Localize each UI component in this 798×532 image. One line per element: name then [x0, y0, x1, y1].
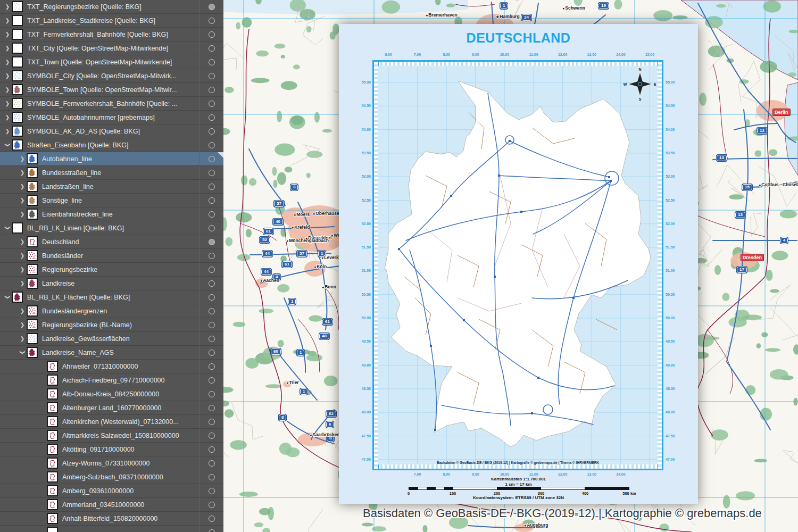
target-circle[interactable] — [209, 31, 215, 38]
layer-row[interactable]: ❯Altenburger Land_160770000000 — [0, 401, 223, 415]
target-circle[interactable] — [209, 391, 215, 397]
layer-row[interactable]: ❯ — [0, 526, 223, 532]
layer-thumbnail[interactable] — [27, 181, 38, 192]
layer-thumbnail[interactable] — [27, 333, 38, 344]
layer-row[interactable]: ❯SYMBOLE_Fernverkehrshalt_Bahnhöfe [Quel… — [0, 97, 223, 111]
target-circle[interactable] — [209, 59, 215, 65]
expand-arrow-icon[interactable]: ❯ — [3, 55, 12, 69]
expand-arrow-icon[interactable]: ❯ — [3, 14, 12, 27]
expand-arrow-icon[interactable]: ❯ — [18, 152, 27, 165]
expand-arrow-icon[interactable]: ❯ — [3, 111, 12, 124]
layer-thumbnail[interactable] — [47, 527, 58, 532]
collapse-arrow-icon[interactable]: ❯ — [1, 141, 14, 149]
target-circle[interactable] — [209, 294, 215, 301]
target-circle[interactable] — [209, 211, 215, 218]
target-circle[interactable] — [209, 446, 215, 453]
layer-thumbnail[interactable] — [12, 29, 23, 40]
layer-thumbnail[interactable] — [47, 388, 58, 400]
target-circle[interactable] — [209, 267, 215, 273]
expand-arrow-icon[interactable]: ❯ — [18, 194, 27, 207]
layer-row[interactable]: ❯Alb-Donau-Kreis_084250000000 — [0, 387, 223, 401]
layer-thumbnail[interactable] — [47, 416, 58, 427]
layer-row[interactable]: ❯Anhalt-Bitterfeld_150820000000 — [0, 512, 223, 526]
layer-row[interactable]: ❯Landkreise_Gewässerflächen — [0, 332, 223, 346]
target-circle[interactable] — [209, 4, 215, 10]
layer-row[interactable]: ❯TXT_Landkreise_Stadtkreise [Quelle: BKG… — [0, 14, 223, 28]
expand-arrow-icon[interactable]: ❯ — [18, 249, 27, 262]
layer-thumbnail[interactable] — [12, 112, 23, 123]
target-circle[interactable] — [209, 336, 215, 342]
target-circle[interactable] — [209, 460, 215, 467]
layer-row[interactable]: ❯TXT_Town [Quelle: OpenStreetMap-Mitwirk… — [0, 55, 223, 69]
target-circle[interactable] — [209, 142, 215, 148]
target-circle[interactable] — [209, 225, 215, 231]
layer-row[interactable]: ❯Alzey-Worms_073310000000 — [0, 456, 223, 470]
target-circle[interactable] — [209, 377, 215, 384]
layer-row[interactable]: ❯Landkreise_Name_AGS — [0, 346, 223, 360]
layer-row[interactable]: ❯TXT_Regierungsbezirke [Quelle: BKG] — [0, 0, 223, 14]
target-circle[interactable] — [209, 433, 215, 439]
layer-row[interactable]: ❯Altötting_091710000000 — [0, 443, 223, 456]
expand-arrow-icon[interactable]: ❯ — [18, 304, 27, 318]
target-circle[interactable] — [209, 73, 215, 79]
target-circle[interactable] — [209, 197, 215, 204]
layer-thumbnail[interactable] — [47, 499, 58, 510]
target-circle[interactable] — [209, 128, 215, 135]
target-circle[interactable] — [209, 45, 215, 52]
target-circle[interactable] — [209, 156, 215, 162]
expand-arrow-icon[interactable]: ❯ — [18, 332, 27, 345]
layer-row[interactable]: ❯TXT_Fernverkehrshalt_Bahnhöfe [Quelle: … — [0, 28, 223, 41]
layer-thumbnail[interactable] — [12, 84, 23, 95]
layer-row[interactable]: ❯Landstraßen_line — [0, 180, 223, 194]
layer-row[interactable]: ❯Aichach-Friedberg_097710000000 — [0, 373, 223, 387]
expand-arrow-icon[interactable]: ❯ — [3, 69, 12, 82]
expand-arrow-icon[interactable]: ❯ — [18, 207, 27, 221]
layer-row[interactable]: ❯Autobahnen_line — [0, 152, 223, 166]
layer-thumbnail[interactable] — [12, 43, 23, 54]
collapse-arrow-icon[interactable]: ❯ — [16, 348, 29, 357]
map-canvas[interactable]: 1241912151341713574061524457161444316148… — [223, 0, 798, 532]
layer-row[interactable]: ❯Deutschland — [0, 235, 223, 249]
layer-row[interactable]: ❯SYMBOLE_AK_AD_AS [Quelle: BKG] — [0, 124, 223, 138]
layer-row[interactable]: ❯Amberg-Sulzbach_093710000000 — [0, 470, 223, 484]
layer-row[interactable]: ❯SYMBOLE_City [Quelle: OpenStreetMap-Mit… — [0, 69, 223, 83]
layer-row[interactable]: ❯Amberg_093610000000 — [0, 484, 223, 498]
target-circle[interactable] — [209, 101, 215, 107]
layer-thumbnail[interactable] — [27, 305, 38, 317]
expand-arrow-icon[interactable]: ❯ — [3, 83, 12, 96]
layer-thumbnail[interactable] — [27, 250, 38, 261]
target-circle[interactable] — [209, 87, 215, 93]
layer-row[interactable]: ❯Ammerland_034510000000 — [0, 498, 223, 512]
layer-row[interactable]: ❯Sonstige_line — [0, 194, 223, 207]
expand-arrow-icon[interactable]: ❯ — [18, 263, 27, 276]
layer-thumbnail[interactable] — [12, 15, 23, 26]
layer-thumbnail[interactable] — [12, 126, 23, 137]
layer-row[interactable]: ❯Regierungsbezirke (BL-Name) — [0, 318, 223, 332]
layer-thumbnail[interactable] — [12, 56, 23, 68]
layer-thumbnail[interactable] — [27, 209, 38, 220]
target-circle[interactable] — [209, 488, 215, 494]
target-circle[interactable] — [209, 184, 215, 190]
layer-row[interactable]: ❯Bundesländer — [0, 249, 223, 263]
expand-arrow-icon[interactable]: ❯ — [3, 41, 12, 55]
target-circle[interactable] — [209, 419, 215, 425]
target-circle[interactable] — [209, 170, 215, 176]
layer-thumbnail[interactable] — [27, 319, 38, 330]
expand-arrow-icon[interactable]: ❯ — [18, 277, 27, 290]
collapse-arrow-icon[interactable]: ❯ — [1, 224, 14, 232]
target-circle[interactable] — [209, 322, 215, 328]
target-circle[interactable] — [209, 253, 215, 259]
layer-row[interactable]: ❯BL_RB_LK_Flächen [Quelle: BKG] — [0, 290, 223, 304]
layer-row[interactable]: ❯SYMBOLE_Autobahnnummer [grebemaps] — [0, 111, 223, 124]
target-circle[interactable] — [209, 350, 215, 356]
expand-arrow-icon[interactable]: ❯ — [3, 0, 12, 13]
layer-thumbnail[interactable] — [27, 264, 38, 275]
layer-thumbnail[interactable] — [27, 167, 38, 178]
layer-thumbnail[interactable] — [27, 195, 38, 206]
target-circle[interactable] — [209, 114, 215, 121]
target-circle[interactable] — [209, 502, 215, 508]
layer-thumbnail[interactable] — [47, 402, 58, 413]
layer-thumbnail[interactable] — [47, 444, 58, 455]
layer-row[interactable]: ❯Eisenbahnstrecken_line — [0, 207, 223, 221]
layer-thumbnail[interactable] — [47, 513, 58, 524]
